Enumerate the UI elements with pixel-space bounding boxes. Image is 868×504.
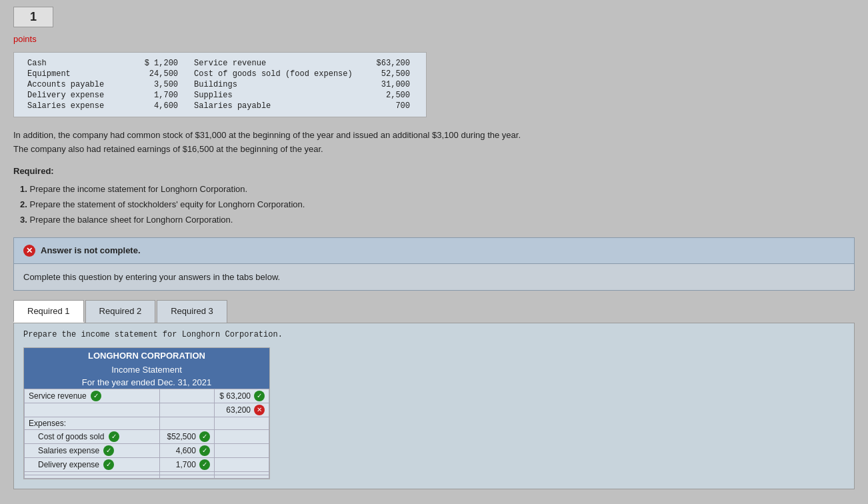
trial-balance-row: Delivery expense 1,700 Supplies 2,500 bbox=[25, 90, 415, 101]
cogs-label-check: ✓ bbox=[109, 431, 119, 442]
alert-box: ✕ Answer is not complete. bbox=[13, 237, 855, 264]
delivery-label-check: ✓ bbox=[103, 459, 114, 470]
cogs-right[interactable] bbox=[214, 429, 269, 443]
delivery-mid-check: ✓ bbox=[199, 459, 210, 470]
narrative-line1: In addition, the company had common stoc… bbox=[13, 129, 855, 143]
stmt-table: Service revenue ✓ $ 63,200 ✓ bbox=[24, 389, 269, 479]
complete-message: Complete this question by entering your … bbox=[23, 272, 280, 282]
service-revenue-label-check: ✓ bbox=[91, 391, 101, 401]
expenses-label-row: Expenses: bbox=[25, 417, 269, 429]
tab-required3[interactable]: Required 3 bbox=[157, 300, 227, 323]
subtotal-right[interactable]: 63,200 ✕ bbox=[214, 403, 269, 417]
delivery-mid[interactable]: 1,700 ✓ bbox=[160, 457, 214, 471]
narrative-line2: The company also had retained earnings o… bbox=[13, 143, 855, 157]
cogs-row: Cost of goods sold ✓ $52,500 ✓ bbox=[25, 429, 269, 443]
tabs-container: Required 1Required 2Required 3 bbox=[13, 300, 855, 323]
service-revenue-row: Service revenue ✓ $ 63,200 ✓ bbox=[25, 389, 269, 403]
service-revenue-right[interactable]: $ 63,200 ✓ bbox=[214, 389, 269, 403]
alert-message: Answer is not complete. bbox=[41, 245, 141, 255]
required-item: 2. Prepare the statement of stockholders… bbox=[20, 197, 855, 212]
trial-balance-table: Cash $ 1,200 Service revenue $63,200 Equ… bbox=[25, 58, 415, 111]
tab-content-area: Prepare the income statement for Longhor… bbox=[13, 323, 855, 489]
error-icon: ✕ bbox=[23, 245, 35, 257]
page-container: 1 points Cash $ 1,200 Service revenue $6… bbox=[0, 0, 868, 504]
required-item: 3. Prepare the balance sheet for Longhor… bbox=[20, 212, 855, 227]
trial-balance-box: Cash $ 1,200 Service revenue $63,200 Equ… bbox=[13, 52, 427, 117]
complete-box: Complete this question by entering your … bbox=[13, 264, 855, 291]
delivery-row: Delivery expense ✓ 1,700 ✓ bbox=[25, 457, 269, 471]
subtotal-row: 63,200 ✕ bbox=[25, 403, 269, 417]
cogs-mid[interactable]: $52,500 ✓ bbox=[160, 429, 214, 443]
tab-required2[interactable]: Required 2 bbox=[85, 300, 156, 323]
cogs-mid-check: ✓ bbox=[199, 431, 210, 442]
cogs-label: Cost of goods sold ✓ bbox=[25, 429, 160, 443]
trial-balance-row: Salaries expense 4,600 Salaries payable … bbox=[25, 101, 415, 111]
subtotal-mid[interactable] bbox=[160, 403, 214, 417]
required-item: 1. Prepare the income statement for Long… bbox=[20, 181, 855, 197]
salaries-mid[interactable]: 4,600 ✓ bbox=[160, 443, 214, 457]
points-label: points bbox=[13, 34, 855, 44]
narrative: In addition, the company had common stoc… bbox=[13, 129, 855, 157]
expenses-label: Expenses: bbox=[25, 417, 160, 429]
trial-balance-row: Accounts payable 3,500 Buildings 31,000 bbox=[25, 79, 415, 90]
stmt-period: For the year ended Dec. 31, 2021 bbox=[24, 376, 269, 389]
salaries-label: Salaries expense ✓ bbox=[25, 443, 160, 457]
tab-required1[interactable]: Required 1 bbox=[13, 300, 84, 323]
service-revenue-mid[interactable] bbox=[160, 389, 214, 403]
required-label: Required: bbox=[13, 166, 855, 176]
trial-balance-row: Equipment 24,500 Cost of goods sold (foo… bbox=[25, 69, 415, 79]
income-statement-wrapper: LONGHORN CORPORATION Income Statement Fo… bbox=[23, 347, 270, 479]
stmt-statement-name: Income Statement bbox=[24, 363, 269, 376]
subtotal-wrong: ✕ bbox=[254, 405, 265, 415]
salaries-row: Salaries expense ✓ 4,600 ✓ bbox=[25, 443, 269, 457]
salaries-label-check: ✓ bbox=[103, 445, 114, 456]
salaries-mid-check: ✓ bbox=[199, 445, 210, 456]
required-list: 1. Prepare the income statement for Long… bbox=[20, 181, 855, 228]
trial-balance-row: Cash $ 1,200 Service revenue $63,200 bbox=[25, 58, 415, 69]
stmt-company-name: LONGHORN CORPORATION bbox=[24, 348, 269, 363]
service-revenue-label: Service revenue ✓ bbox=[25, 389, 160, 403]
salaries-right[interactable] bbox=[214, 443, 269, 457]
delivery-label: Delivery expense ✓ bbox=[25, 457, 160, 471]
tab-instruction: Prepare the income statement for Longhor… bbox=[23, 330, 845, 339]
score-badge: 1 bbox=[13, 7, 53, 27]
service-revenue-right-check: ✓ bbox=[254, 391, 265, 401]
subtotal-label bbox=[25, 403, 160, 417]
delivery-right[interactable] bbox=[214, 457, 269, 471]
empty-row-2 bbox=[25, 475, 269, 478]
